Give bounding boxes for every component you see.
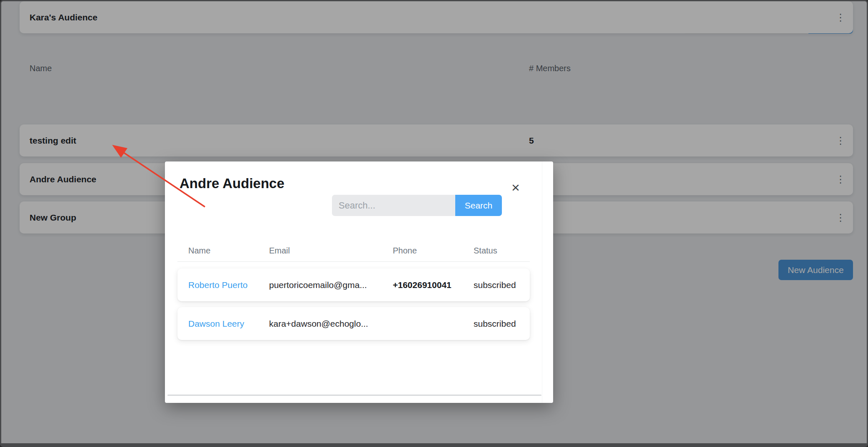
member-email: kara+dawson@echoglo... [269, 319, 368, 329]
modal-column-header-status: Status [474, 246, 497, 256]
member-status: subscribed [474, 280, 516, 290]
vertical-scrollbar-track [542, 161, 542, 403]
modal-header-divider [177, 261, 530, 262]
modal-title: Andre Audience [180, 176, 284, 191]
member-name-link[interactable]: Dawson Leery [188, 319, 244, 329]
app-window: Audiences Search Name # Members testing … [0, 0, 868, 447]
horizontal-scrollbar[interactable] [167, 395, 541, 396]
modal-search-bar: Search [332, 195, 502, 216]
modal-column-header-phone: Phone [393, 246, 417, 256]
modal-search-input[interactable] [332, 195, 455, 216]
modal-search-button[interactable]: Search [455, 195, 502, 216]
close-icon[interactable]: × [506, 178, 525, 196]
modal-column-header-email: Email [269, 246, 290, 256]
member-status: subscribed [474, 319, 516, 329]
member-row-dawson-leery[interactable]: Dawson Leery kara+dawson@echoglo... subs… [177, 307, 530, 340]
member-name-link[interactable]: Roberto Puerto [188, 280, 247, 290]
member-row-roberto-puerto[interactable]: Roberto Puerto puertoricoemailo@gma... +… [177, 268, 530, 301]
modal-column-header-name: Name [188, 246, 210, 256]
audience-detail-modal: Andre Audience × Search Name Email Phone… [165, 161, 553, 403]
member-email: puertoricoemailo@gma... [269, 280, 367, 290]
member-phone: +16026910041 [393, 280, 451, 290]
